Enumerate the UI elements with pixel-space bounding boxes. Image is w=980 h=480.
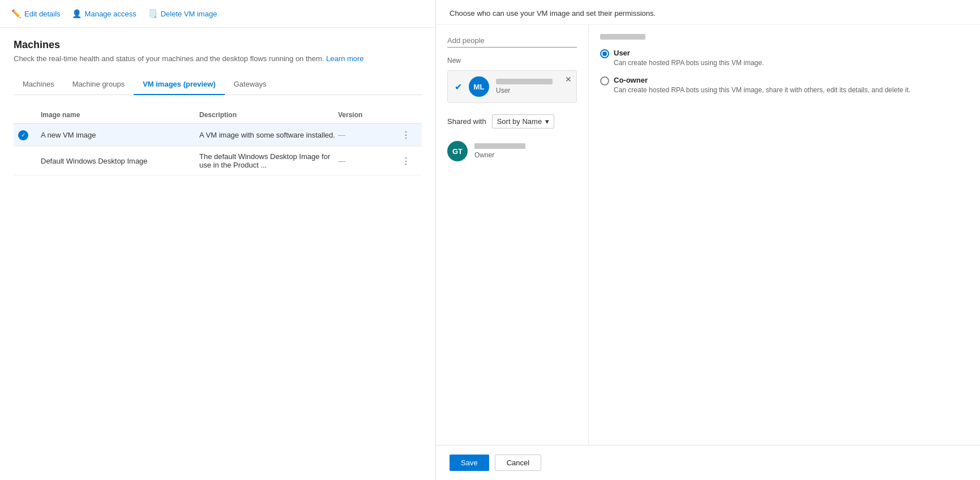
user-radio-label: User [614, 49, 764, 57]
save-button[interactable]: Save [450, 455, 489, 471]
edit-details-button[interactable]: ✏️ Edit details [11, 7, 61, 20]
left-panel: ✏️ Edit details 👤 Manage access 🗒️ Delet… [0, 0, 436, 480]
col-checkbox [18, 111, 41, 119]
close-button[interactable]: ✕ [565, 75, 572, 83]
coowner-radio-desc: Can create hosted RPA bots using this VM… [614, 85, 910, 95]
table-row[interactable]: Default Windows Desktop Image The defaul… [14, 147, 422, 175]
right-content: New ✔ ML User ✕ Shared with Sort by Name… [436, 25, 980, 445]
delete-vm-button[interactable]: 🗒️ Delete VM image [148, 7, 217, 20]
user-name-blurred [496, 79, 553, 84]
coowner-radio-labels: Co-owner Can create hosted RPA bots usin… [614, 76, 910, 95]
add-people-input[interactable] [447, 34, 577, 48]
row-image-name: Default Windows Desktop Image [41, 157, 199, 165]
table-header: Image name Description Version [14, 106, 422, 124]
row-image-name: A new VM image [41, 131, 199, 139]
permission-header-blurred [600, 34, 645, 40]
manage-icon: 👤 [72, 9, 82, 18]
sort-dropdown[interactable]: Sort by Name ▾ [492, 114, 554, 128]
row-description: A VM image with some software installed. [199, 131, 338, 139]
row-description: The default Windows Desktop Image for us… [199, 152, 338, 169]
tab-vm-images[interactable]: VM images (preview) [134, 74, 225, 95]
check-icon: ✔ [455, 82, 462, 92]
owner-name-blurred [474, 143, 525, 149]
edit-icon: ✏️ [11, 9, 21, 18]
row-more-button[interactable]: ⋮ [395, 130, 417, 140]
table-row[interactable]: ✓ A new VM image A VM image with some so… [14, 124, 422, 147]
checked-icon: ✓ [18, 130, 28, 140]
avatar: ML [469, 76, 489, 97]
tab-machine-groups[interactable]: Machine groups [63, 74, 134, 95]
shared-with-row: Shared with Sort by Name ▾ [447, 114, 577, 128]
user-radio[interactable] [600, 49, 609, 58]
col-description: Description [199, 111, 338, 119]
user-info: User [496, 79, 570, 95]
panel-header: Choose who can use your VM image and set… [436, 0, 980, 25]
new-user-card: ✔ ML User ✕ [447, 70, 577, 103]
coowner-radio-label: Co-owner [614, 76, 910, 84]
manage-access-button[interactable]: 👤 Manage access [72, 7, 136, 20]
user-radio-option[interactable]: User Can create hosted RPA bots using th… [600, 49, 969, 68]
tab-gateways[interactable]: Gateways [225, 74, 276, 95]
col-version: Version [338, 111, 395, 119]
col-actions [395, 111, 417, 119]
permissions-column: User Can create hosted RPA bots using th… [589, 25, 980, 445]
new-label: New [447, 57, 577, 65]
coowner-radio-option[interactable]: Co-owner Can create hosted RPA bots usin… [600, 76, 969, 95]
share-column: New ✔ ML User ✕ Shared with Sort by Name… [436, 25, 589, 445]
page-title: Machines [14, 39, 422, 51]
toolbar: ✏️ Edit details 👤 Manage access 🗒️ Delet… [0, 0, 435, 28]
owner-role: Owner [474, 151, 577, 159]
avatar: GT [447, 141, 468, 161]
content-area: Machines Check the real-time health and … [0, 28, 435, 480]
row-more-button[interactable]: ⋮ [395, 156, 417, 166]
shared-with-label: Shared with [447, 117, 486, 126]
user-role: User [496, 87, 570, 95]
row-version: — [338, 157, 395, 165]
owner-row: GT Owner [447, 136, 577, 166]
owner-info: Owner [474, 143, 577, 159]
delete-icon: 🗒️ [148, 9, 157, 18]
user-radio-desc: Can create hosted RPA bots using this VM… [614, 58, 764, 68]
coowner-radio[interactable] [600, 76, 609, 85]
cancel-button[interactable]: Cancel [495, 455, 541, 471]
tab-machines[interactable]: Machines [14, 74, 63, 95]
chevron-down-icon: ▾ [545, 117, 549, 126]
tabs: Machines Machine groups VM images (previ… [14, 74, 422, 95]
right-panel: Choose who can use your VM image and set… [436, 0, 980, 480]
learn-more-link[interactable]: Learn more [326, 54, 363, 63]
panel-footer: Save Cancel [436, 445, 980, 480]
col-image-name: Image name [41, 111, 199, 119]
user-radio-labels: User Can create hosted RPA bots using th… [614, 49, 764, 68]
row-checkbox[interactable]: ✓ [18, 130, 41, 140]
row-version: — [338, 131, 395, 139]
page-subtitle: Check the real-time health and status of… [14, 54, 422, 63]
